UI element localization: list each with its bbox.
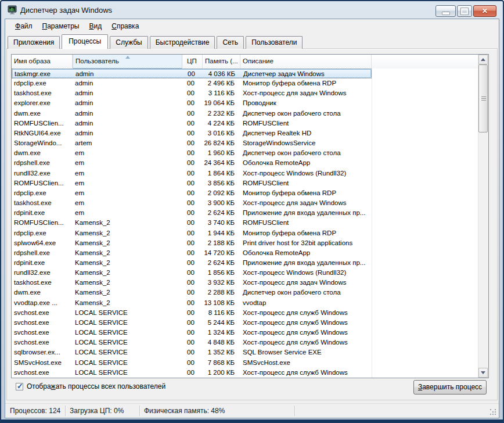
cell-description: Хост-процесс для служб Windows — [240, 338, 372, 347]
scroll-down-button[interactable] — [478, 368, 488, 378]
table-row[interactable]: rdpshell.exeem0024 364 КБОболочка Remote… — [12, 158, 372, 168]
table-row[interactable]: rdpshell.exeKamensk_20014 720 КБОболочка… — [12, 248, 372, 258]
cell-image-name: ROMFUSClien... — [12, 218, 73, 228]
table-row[interactable]: rdpclip.exeem002 092 КБМонитор буфера об… — [12, 188, 372, 198]
cell-memory: 3 932 КБ — [203, 278, 240, 288]
menu-file[interactable]: Файл — [11, 21, 37, 31]
cell-memory: 3 116 КБ — [203, 88, 240, 98]
tab-users[interactable]: Пользователи — [246, 36, 303, 49]
cell-memory: 3 856 КБ — [203, 178, 240, 188]
tab-performance[interactable]: Быстродействие — [150, 36, 215, 49]
cell-image-name: explorer.exe — [12, 98, 73, 108]
cell-memory: 3 740 КБ — [203, 218, 240, 228]
menu-help[interactable]: Справка — [107, 21, 143, 31]
cell-memory: 2 188 КБ — [203, 238, 240, 248]
cell-memory: 1 200 КБ — [203, 368, 240, 378]
cell-cpu: 00 — [182, 228, 203, 238]
cell-image-name: rdpinit.exe — [12, 258, 73, 268]
cell-description: Диспетчер окон рабочего стола — [240, 288, 372, 297]
table-row[interactable]: svchost.exeLOCAL SERVICE001 324 КБХост-п… — [12, 328, 372, 338]
table-row[interactable]: svchost.exeLOCAL SERVICE004 848 КБХост-п… — [12, 338, 372, 347]
cell-memory: 2 232 КБ — [203, 109, 240, 119]
cell-user: Kamensk_2 — [73, 238, 182, 248]
table-row[interactable]: RtkNGUI64.exeadmin003 016 КБДиспетчер Re… — [12, 128, 372, 138]
column-header-description[interactable]: Описание — [240, 55, 372, 69]
minimize-button[interactable] — [435, 5, 456, 17]
table-row[interactable]: dwm.exeem001 960 КБДиспетчер окон рабоче… — [12, 148, 372, 158]
cell-cpu: 00 — [182, 368, 203, 378]
column-header-user[interactable]: Пользователь — [73, 55, 182, 69]
table-row[interactable]: ROMFUSClien...em003 856 КБROMFUSClient — [12, 178, 372, 188]
table-row[interactable]: rdpinit.exeKamensk_2002 624 КБПриложение… — [12, 258, 372, 268]
cell-image-name: svchost.exe — [12, 338, 73, 347]
table-row[interactable]: ROMFUSClien...admin004 224 КБROMFUSClien… — [12, 119, 372, 128]
cell-description: Оболочка RemoteApp — [240, 248, 372, 258]
cell-description: Монитор буфера обмена RDP — [240, 228, 372, 238]
cell-cpu: 00 — [182, 188, 203, 198]
table-row[interactable]: taskmgr.exeadmin004 036 КБДиспетчер зада… — [12, 69, 372, 78]
end-process-button[interactable]: Завершить процесс — [413, 380, 487, 395]
menu-view[interactable]: Вид — [85, 21, 106, 31]
cell-user: admin — [73, 128, 182, 138]
menu-options[interactable]: Параметры — [38, 21, 84, 31]
table-row[interactable]: vvodtap.exe ...Kamensk_20013 108 КБvvodt… — [12, 298, 372, 308]
table-row[interactable]: svchost.exeLOCAL SERVICE005 244 КБХост-п… — [12, 318, 372, 328]
cell-memory: 2 092 КБ — [203, 188, 240, 198]
show-all-users-checkbox[interactable]: ✓ — [16, 383, 23, 390]
table-row[interactable]: dwm.exeKamensk_2002 288 КБДиспетчер окон… — [12, 288, 372, 297]
cell-cpu: 00 — [182, 308, 203, 318]
status-cpu-usage: Загрузка ЦП: 0% — [70, 407, 124, 415]
status-divider — [139, 406, 140, 416]
maximize-button[interactable] — [457, 5, 472, 17]
cell-user: em — [73, 188, 182, 198]
cell-cpu: 00 — [182, 248, 203, 258]
close-button[interactable]: ✕ — [473, 5, 496, 17]
scroll-up-button[interactable] — [478, 55, 488, 64]
table-row[interactable]: rdpinit.exeem002 624 КБПриложение для вх… — [12, 208, 372, 218]
cell-user: Kamensk_2 — [73, 218, 182, 228]
cell-user: admin — [73, 98, 182, 108]
taskmanager-window: Диспетчер задач Windows ✕ Файл Параметры… — [0, 0, 504, 423]
cell-cpu: 00 — [182, 148, 203, 158]
scrollbar-thumb[interactable] — [478, 64, 488, 132]
cell-cpu: 00 — [182, 218, 203, 228]
cell-image-name: taskhost.exe — [12, 278, 73, 288]
column-header-image-name[interactable]: Имя образа — [12, 55, 73, 69]
tab-applications[interactable]: Приложения — [8, 36, 60, 49]
table-row[interactable]: taskhost.exeadmin003 116 КБХост-процесс … — [12, 88, 372, 98]
table-row[interactable]: StorageWindo...artem0026 824 КБStorageWi… — [12, 138, 372, 148]
cell-image-name: dwm.exe — [12, 109, 73, 119]
table-row[interactable]: svchost.exeLOCAL SERVICE008 116 КБХост-п… — [12, 308, 372, 318]
cell-memory: 8 116 КБ — [203, 308, 240, 318]
table-row[interactable]: svchost.exeLOCAL SERVICE001 200 КБХост-п… — [12, 368, 372, 378]
column-header-memory[interactable]: Память (... — [203, 55, 240, 69]
tab-services[interactable]: Службы — [110, 36, 147, 49]
cell-description: Хост-процесс Windows (Rundll32) — [240, 169, 372, 178]
table-row[interactable]: dwm.exeadmin002 232 КБДиспетчер окон раб… — [12, 109, 372, 119]
table-row[interactable]: explorer.exeadmin0019 064 КБПроводник — [12, 98, 372, 108]
table-row[interactable]: rundll32.exeem001 864 КБХост-процесс Win… — [12, 169, 372, 178]
cell-user: em — [73, 208, 182, 218]
cell-memory: 7 868 КБ — [203, 358, 240, 368]
status-processes: Процессов: 124 — [10, 407, 60, 415]
list-header: Имя образа Пользователь ЦП Память (... О… — [12, 55, 478, 69]
cell-memory: 4 848 КБ — [203, 338, 240, 347]
table-row[interactable]: sqlbrowser.ex...LOCAL SERVICE001 352 КБS… — [12, 347, 372, 357]
cell-user: admin — [73, 109, 182, 119]
table-row[interactable]: rdpclip.exeadmin002 496 КБМонитор буфера… — [12, 78, 372, 88]
vertical-scrollbar[interactable] — [478, 55, 488, 378]
table-row[interactable]: splwow64.exeKamensk_2002 188 КБPrint dri… — [12, 238, 372, 248]
table-row[interactable]: rundll32.exeKamensk_2001 856 КБХост-проц… — [12, 268, 372, 278]
table-row[interactable]: SMSvcHost.exeLOCAL SERVICE007 868 КБSMSv… — [12, 358, 372, 368]
cell-cpu: 00 — [182, 278, 203, 288]
tab-network[interactable]: Сеть — [217, 36, 244, 49]
process-list-body: taskmgr.exeadmin004 036 КБДиспетчер зада… — [12, 69, 478, 378]
title-bar[interactable]: Диспетчер задач Windows ✕ — [1, 1, 503, 19]
column-header-cpu[interactable]: ЦП — [182, 55, 203, 69]
table-row[interactable]: taskhost.exeem003 900 КБХост-процесс для… — [12, 198, 372, 208]
table-row[interactable]: rdpclip.exeKamensk_2001 944 КБМонитор бу… — [12, 228, 372, 238]
tab-processes[interactable]: Процессы — [62, 34, 108, 49]
resize-grip[interactable] — [490, 409, 498, 417]
table-row[interactable]: taskhost.exeKamensk_2003 932 КБХост-проц… — [12, 278, 372, 288]
table-row[interactable]: ROMFUSClien...Kamensk_2003 740 КБROMFUSC… — [12, 218, 372, 228]
